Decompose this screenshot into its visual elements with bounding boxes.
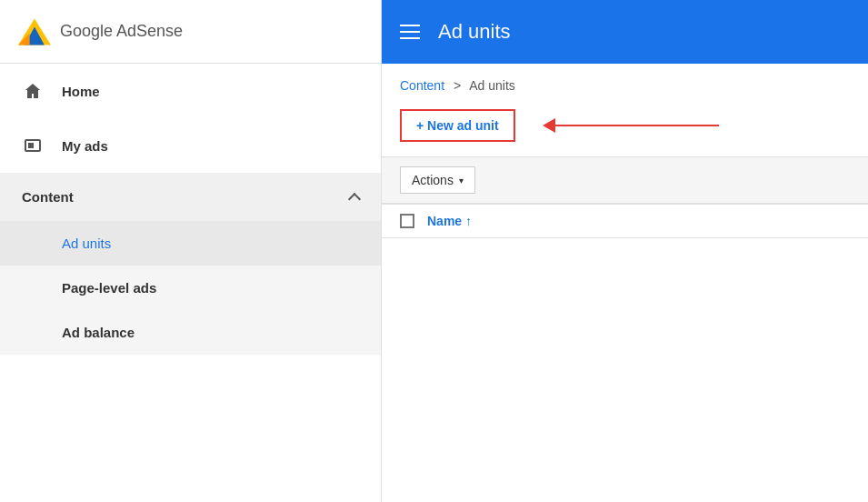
name-column-header[interactable]: Name ↑ xyxy=(427,214,850,228)
sidebar-item-pagelevelads-label: Page-level ads xyxy=(62,280,156,296)
sidebar-item-adunits[interactable]: Ad units xyxy=(0,221,381,266)
sidebar-item-content[interactable]: Content xyxy=(0,173,381,221)
top-bar: Ad units xyxy=(382,0,868,64)
sidebar-item-myads-label: My ads xyxy=(62,138,108,154)
new-ad-unit-row: + New ad unit xyxy=(382,102,868,156)
logo-area: Google AdSense xyxy=(0,0,381,64)
select-all-checkbox[interactable] xyxy=(400,214,414,228)
arrow-line xyxy=(555,125,719,126)
sidebar-item-pagelevelads[interactable]: Page-level ads xyxy=(0,266,381,310)
new-ad-unit-button[interactable]: + New ad unit xyxy=(400,109,515,142)
sidebar-item-content-label: Content xyxy=(22,189,74,205)
breadcrumb-link[interactable]: Content xyxy=(400,78,444,93)
main-content: Ad units Content > Ad units + New ad uni… xyxy=(382,0,868,502)
sidebar-item-adunits-label: Ad units xyxy=(62,236,111,251)
sidebar-item-home[interactable]: Home xyxy=(0,64,381,118)
sidebar-item-adbalance[interactable]: Ad balance xyxy=(0,310,381,355)
hamburger-line-1 xyxy=(400,25,420,26)
chevron-up-icon xyxy=(348,192,361,205)
logo-text: Google AdSense xyxy=(60,22,183,41)
breadcrumb-current: Ad units xyxy=(469,78,515,93)
home-icon xyxy=(22,80,44,102)
hamburger-line-3 xyxy=(400,37,420,39)
adsense-logo-icon xyxy=(18,15,51,48)
svg-rect-4 xyxy=(28,143,34,148)
content-area: Content > Ad units + New ad unit Actions… xyxy=(382,64,868,502)
arrow-indicator xyxy=(543,118,719,133)
sidebar-item-adbalance-label: Ad balance xyxy=(62,325,135,340)
arrow-head-icon xyxy=(543,118,555,133)
dropdown-caret-icon: ▾ xyxy=(459,176,464,186)
page-title: Ad units xyxy=(438,20,511,44)
myads-icon xyxy=(22,135,44,156)
name-column-label: Name ↑ xyxy=(427,214,472,228)
actions-button[interactable]: Actions ▾ xyxy=(400,166,475,194)
hamburger-menu[interactable] xyxy=(400,25,420,39)
breadcrumb-separator: > xyxy=(454,78,461,93)
sidebar-item-myads[interactable]: My ads xyxy=(0,118,381,173)
table-toolbar: Actions ▾ xyxy=(382,156,868,203)
nav-items: Home My ads Content Ad units Page-level … xyxy=(0,64,381,355)
breadcrumb: Content > Ad units xyxy=(382,64,868,102)
table-header: Name ↑ xyxy=(382,203,868,238)
sidebar-item-home-label: Home xyxy=(62,84,100,99)
hamburger-line-2 xyxy=(400,31,420,33)
actions-label: Actions xyxy=(412,173,454,187)
checkbox-col xyxy=(400,214,427,228)
sidebar: Google AdSense Home My ads Conte xyxy=(0,0,382,502)
